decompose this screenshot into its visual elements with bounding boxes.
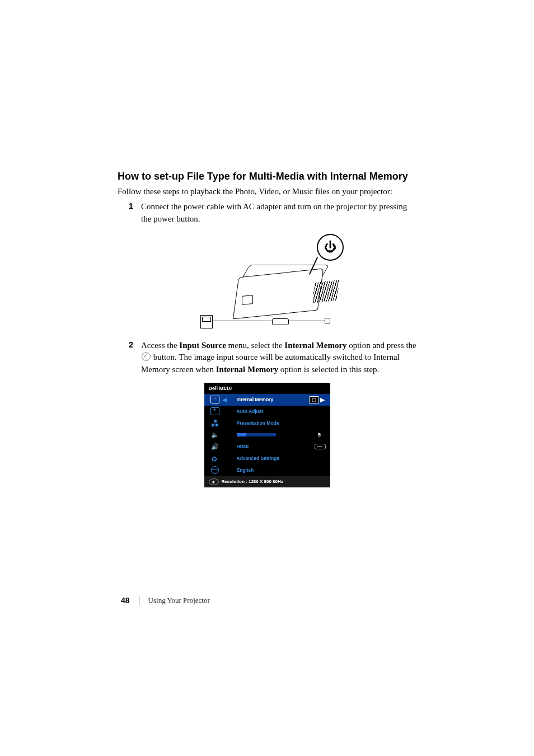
osd-menu-item[interactable]: ◀Internal Memory▶: [204, 394, 330, 406]
osd-menu-item[interactable]: HDMI: [204, 441, 330, 453]
page-number: 48: [121, 596, 130, 605]
arrow-right-icon[interactable]: ▶: [319, 396, 326, 403]
osd-menu-item[interactable]: Advanced Settings: [204, 453, 330, 464]
step-number: 2: [128, 340, 133, 349]
gear-icon: [209, 455, 221, 462]
osd-item-label: HDMI: [228, 444, 315, 449]
step-text: Access the Input Source menu, select the…: [141, 340, 416, 376]
vol-icon: [209, 431, 221, 438]
step-number: 1: [128, 201, 133, 210]
section-heading: How to set-up File Type for Multi-Media …: [118, 171, 416, 182]
arrow-left-icon[interactable]: ◀: [221, 396, 228, 403]
page-footer: 48 Using Your Projector: [121, 596, 210, 605]
osd-menu-item[interactable]: English: [204, 464, 330, 476]
osd-menu-item[interactable]: 5: [204, 429, 330, 441]
osd-value: 5: [313, 432, 326, 438]
osd-menu-item[interactable]: Presentation Mode: [204, 417, 330, 429]
footer-section: Using Your Projector: [148, 596, 210, 605]
volp-icon: [209, 443, 221, 450]
globe-icon: [209, 466, 221, 474]
osd-resolution: Resolution : 1280 X 800 60Hz: [222, 479, 283, 484]
osd-item-label: Internal Memory: [228, 397, 309, 402]
bold-term: Internal Memory: [216, 365, 278, 374]
osd-title: Dell M110: [204, 383, 330, 394]
adjust-icon: [209, 407, 221, 415]
projector-illustration: ⏻: [199, 231, 345, 332]
step-item: 1Connect the power cable with AC adapter…: [128, 201, 416, 226]
check-button-icon: [142, 352, 151, 361]
osd-item-label: English: [228, 467, 326, 473]
step-item: 2Access the Input Source menu, select th…: [128, 340, 416, 376]
intro-text: Follow these steps to playback the Photo…: [118, 186, 416, 198]
bold-term: Internal Memory: [284, 341, 346, 350]
bold-term: Input Source: [179, 341, 226, 350]
osd-item-label: Presentation Mode: [228, 420, 326, 426]
osd-menu: Dell M110 ◀Internal Memory▶Auto AdjustPr…: [204, 383, 330, 487]
osd-item-label: Auto Adjust: [228, 408, 326, 414]
navigate-icon: ◈: [209, 478, 219, 485]
steps-list: 1Connect the power cable with AC adapter…: [128, 201, 416, 376]
camera-icon: [309, 396, 319, 403]
footer-divider: [139, 596, 139, 605]
hdmi-port-icon: [315, 444, 326, 449]
step-text: Connect the power cable with AC adapter …: [141, 201, 416, 226]
input-icon: [209, 396, 221, 403]
osd-menu-item[interactable]: Auto Adjust: [204, 406, 330, 417]
volume-slider[interactable]: [237, 433, 276, 436]
osd-item-label: Advanced Settings: [228, 456, 326, 461]
mode-icon: [209, 420, 221, 426]
osd-footer: ◈ Resolution : 1280 X 800 60Hz: [204, 476, 330, 487]
power-icon: ⏻: [317, 234, 344, 261]
